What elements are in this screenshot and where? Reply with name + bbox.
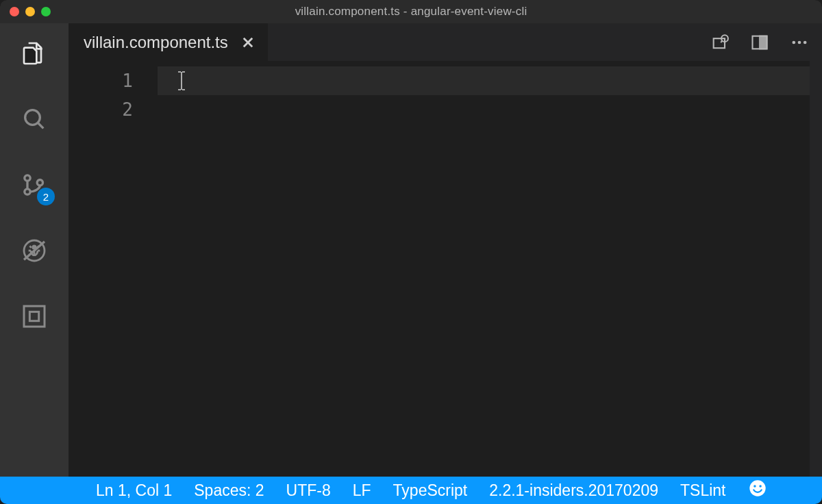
svg-point-0 (25, 110, 40, 125)
titlebar: villain.component.ts - angular-event-vie… (0, 0, 822, 23)
svg-point-25 (749, 480, 765, 496)
close-window-button[interactable] (10, 7, 19, 16)
split-editor-icon[interactable] (749, 32, 770, 53)
maximize-window-button[interactable] (41, 7, 51, 16)
minimize-window-button[interactable] (25, 7, 35, 16)
status-ts-version[interactable]: 2.2.1-insiders.20170209 (478, 481, 669, 500)
status-indentation[interactable]: Spaces: 2 (183, 481, 275, 500)
editor-group: villain.component.ts (68, 23, 822, 477)
code-line-current[interactable] (158, 66, 810, 95)
explorer-icon[interactable] (18, 37, 51, 70)
window-title: villain.component.ts - angular-event-vie… (0, 5, 822, 18)
code-line[interactable] (158, 95, 810, 124)
svg-point-4 (37, 180, 42, 186)
svg-point-23 (798, 40, 801, 44)
svg-line-10 (29, 246, 32, 248)
text-cursor-icon (177, 71, 186, 95)
tab-bar: villain.component.ts (68, 23, 822, 61)
extensions-icon[interactable] (18, 300, 51, 333)
editor[interactable]: 1 2 (68, 61, 822, 477)
svg-rect-14 (29, 312, 38, 320)
close-tab-icon[interactable] (240, 35, 256, 50)
svg-point-24 (804, 40, 807, 44)
svg-rect-21 (760, 36, 767, 49)
debug-icon[interactable] (18, 234, 51, 267)
status-encoding[interactable]: UTF-8 (275, 481, 342, 500)
svg-point-27 (759, 485, 762, 488)
status-language[interactable]: TypeScript (382, 481, 479, 500)
svg-point-3 (25, 189, 30, 194)
feedback-smiley-icon[interactable] (737, 479, 778, 502)
svg-line-19 (721, 40, 723, 42)
status-linter[interactable]: TSLint (669, 481, 736, 500)
source-control-icon[interactable]: 2 (18, 168, 51, 201)
search-icon[interactable] (18, 103, 51, 136)
minimap[interactable] (810, 61, 822, 477)
show-problems-icon[interactable] (710, 32, 730, 53)
status-bar: Ln 1, Col 1 Spaces: 2 UTF-8 LF TypeScrip… (0, 477, 822, 504)
line-number: 2 (68, 95, 158, 124)
line-gutter: 1 2 (68, 61, 158, 477)
status-cursor-position[interactable]: Ln 1, Col 1 (8, 481, 183, 500)
status-eol[interactable]: LF (342, 481, 382, 500)
svg-point-26 (754, 485, 756, 488)
tab-active[interactable]: villain.component.ts (68, 23, 268, 61)
svg-rect-13 (24, 306, 45, 327)
tab-label: villain.component.ts (84, 33, 228, 52)
svg-point-2 (25, 175, 30, 181)
code-area[interactable] (158, 61, 810, 477)
svg-line-1 (38, 123, 43, 128)
scm-badge: 2 (37, 188, 55, 205)
more-actions-icon[interactable] (789, 32, 810, 53)
svg-rect-17 (714, 38, 725, 48)
activity-bar: 2 (0, 23, 68, 477)
line-number: 1 (68, 66, 158, 95)
svg-point-22 (793, 40, 796, 44)
window-controls (10, 0, 51, 23)
editor-actions (710, 23, 822, 61)
